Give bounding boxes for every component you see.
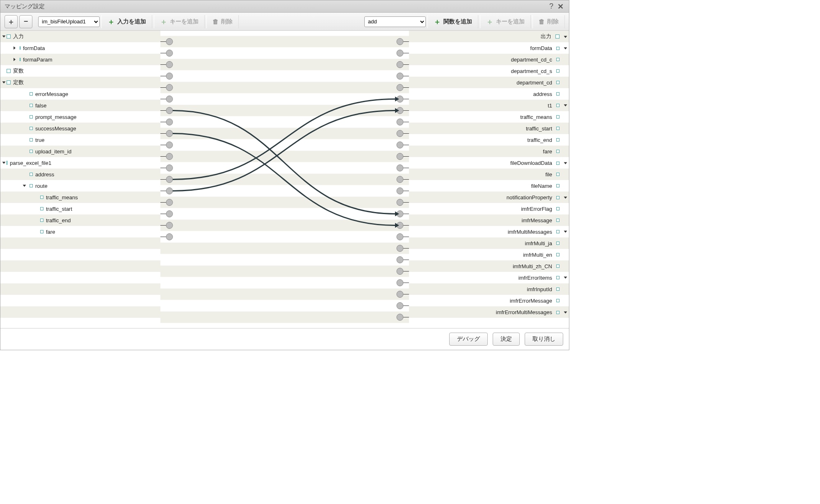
svg-point-28: [166, 50, 173, 57]
svg-point-64: [397, 50, 403, 57]
svg-rect-21: [160, 277, 409, 289]
svg-point-44: [166, 142, 173, 148]
svg-point-68: [397, 73, 403, 80]
svg-point-90: [397, 199, 403, 206]
tree-row[interactable]: imfrErrorMessage: [409, 295, 569, 306]
svg-point-78: [397, 130, 403, 137]
wire-canvas[interactable]: [160, 31, 409, 328]
tree-row[interactable]: formData: [409, 42, 569, 54]
svg-point-82: [397, 153, 403, 160]
svg-point-84: [397, 165, 403, 171]
tree-row[interactable]: fare: [409, 146, 569, 157]
close-icon[interactable]: ✕: [556, 2, 565, 11]
svg-point-76: [397, 119, 403, 125]
add-output-key-button[interactable]: ＋キーを追加: [480, 15, 531, 28]
svg-point-26: [166, 39, 173, 45]
svg-rect-8: [160, 128, 409, 139]
cancel-button[interactable]: 取り消し: [525, 333, 563, 346]
svg-point-30: [166, 62, 173, 68]
input-tree: 入力formDataformaParam変数定数errorMessagefals…: [0, 31, 160, 328]
tree-row[interactable]: imfrErrorMultiMessages: [409, 306, 569, 318]
tree-row[interactable]: imfrMulti_zh_CN: [409, 260, 569, 272]
tree-row[interactable]: imfrErrorFlag: [409, 203, 569, 214]
tree-row[interactable]: notificationProperty: [409, 192, 569, 203]
svg-rect-22: [160, 289, 409, 300]
tree-row[interactable]: address: [409, 88, 569, 100]
add-function-button[interactable]: ＋関数を追加: [427, 15, 478, 28]
tree-row[interactable]: imfrInputId: [409, 283, 569, 295]
svg-point-100: [397, 257, 403, 263]
delete-input-button[interactable]: 🗑削除: [206, 15, 239, 28]
tree-row[interactable]: imfrMulti_en: [409, 249, 569, 260]
svg-rect-10: [160, 151, 409, 162]
empty-row: [0, 272, 160, 283]
svg-point-66: [397, 62, 403, 68]
tree-row[interactable]: parse_excel_file1: [0, 157, 160, 169]
svg-point-38: [166, 107, 173, 114]
svg-point-56: [166, 211, 173, 217]
tree-row[interactable]: imfrErrorItems: [409, 272, 569, 283]
input-source-select[interactable]: im_bisFileUpload1: [38, 16, 100, 27]
svg-rect-11: [160, 162, 409, 174]
svg-rect-9: [160, 139, 409, 151]
svg-rect-0: [160, 36, 409, 48]
svg-rect-3: [160, 71, 409, 82]
tree-row[interactable]: department_cd: [409, 77, 569, 88]
debug-button[interactable]: デバッグ: [449, 333, 488, 346]
svg-point-88: [397, 188, 403, 194]
tree-row[interactable]: 定数: [0, 77, 160, 88]
svg-rect-7: [160, 116, 409, 128]
empty-row: [0, 283, 160, 295]
delete-output-button[interactable]: 🗑削除: [532, 15, 565, 28]
toolbar: ＋ − im_bisFileUpload1 ＋入力を追加 ＋キーを追加 🗑削除 …: [0, 13, 569, 31]
tree-row[interactable]: imfrMultiMessages: [409, 226, 569, 237]
svg-point-98: [397, 245, 403, 252]
svg-point-70: [397, 84, 403, 91]
tree-row[interactable]: imfrMulti_ja: [409, 237, 569, 249]
svg-rect-13: [160, 185, 409, 197]
svg-point-62: [397, 39, 403, 45]
tree-row[interactable]: traffic_start: [409, 123, 569, 134]
tree-row[interactable]: department_cd_c: [409, 54, 569, 65]
tree-row[interactable]: traffic_start: [0, 203, 160, 214]
tree-row[interactable]: traffic_end: [0, 214, 160, 226]
ok-button[interactable]: 決定: [493, 333, 520, 346]
titlebar: マッピング設定 ? ✕: [0, 0, 569, 13]
tree-row[interactable]: t1: [409, 100, 569, 111]
add-input-key-button[interactable]: ＋キーを追加: [154, 15, 205, 28]
tree-row[interactable]: imfrMessage: [409, 214, 569, 226]
tree-row[interactable]: department_cd_s: [409, 65, 569, 77]
help-icon[interactable]: ?: [547, 2, 556, 11]
svg-rect-23: [160, 300, 409, 312]
empty-row: [0, 249, 160, 260]
empty-row: [0, 306, 160, 318]
svg-rect-15: [160, 208, 409, 220]
tree-row[interactable]: traffic_end: [409, 134, 569, 146]
dialog-title: マッピング設定: [5, 3, 547, 10]
tree-row[interactable]: 出力: [409, 31, 569, 42]
tree-row[interactable]: traffic_means: [409, 111, 569, 123]
tree-row[interactable]: fare: [0, 226, 160, 237]
tree-row[interactable]: file: [409, 169, 569, 180]
svg-rect-2: [160, 59, 409, 71]
empty-row: [0, 237, 160, 249]
svg-point-54: [166, 199, 173, 206]
svg-rect-24: [160, 312, 409, 323]
expand-all-button[interactable]: ＋: [5, 15, 18, 28]
function-select[interactable]: add: [364, 16, 426, 27]
svg-point-50: [166, 176, 173, 183]
svg-rect-6: [160, 105, 409, 116]
svg-point-34: [166, 84, 173, 91]
tree-row[interactable]: fileDownloadData: [409, 157, 569, 169]
tree-row[interactable]: fileName: [409, 180, 569, 192]
collapse-all-button[interactable]: −: [19, 15, 32, 28]
add-input-button[interactable]: ＋入力を追加: [101, 15, 152, 28]
svg-rect-5: [160, 94, 409, 105]
svg-point-36: [166, 96, 173, 103]
empty-row: [0, 260, 160, 272]
svg-point-52: [166, 188, 173, 194]
mapping-canvas: 入力formDataformaParam変数定数errorMessagefals…: [0, 31, 569, 328]
svg-rect-20: [160, 266, 409, 277]
svg-rect-1: [160, 48, 409, 59]
svg-rect-14: [160, 197, 409, 208]
